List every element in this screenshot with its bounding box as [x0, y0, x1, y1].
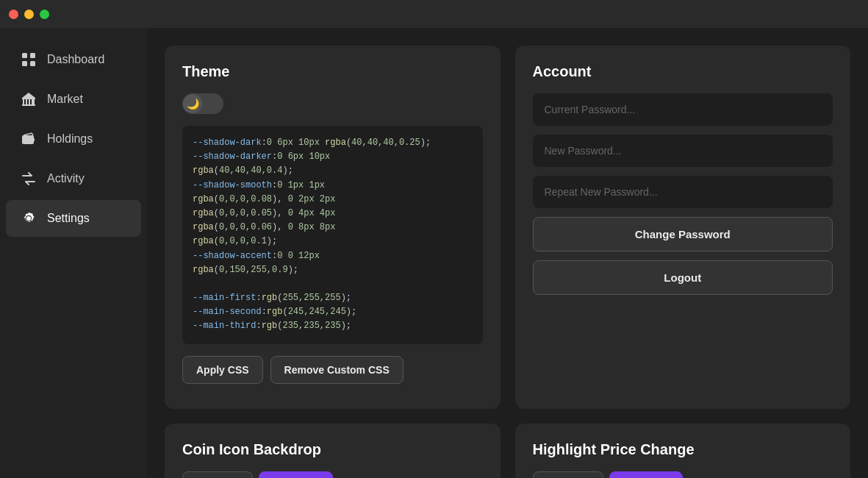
- svg-rect-7: [29, 99, 30, 104]
- traffic-light-red[interactable]: [9, 10, 18, 19]
- wallet-icon: [21, 131, 37, 147]
- sidebar-dashboard-label: Dashboard: [47, 53, 104, 66]
- current-password-input[interactable]: [533, 93, 833, 126]
- sidebar-settings-label: Settings: [47, 212, 90, 225]
- svg-rect-4: [22, 98, 35, 99]
- sidebar-item-settings[interactable]: Settings: [6, 200, 141, 237]
- change-password-button[interactable]: Change Password: [533, 217, 833, 252]
- remove-custom-css-button[interactable]: Remove Custom CSS: [270, 356, 403, 384]
- svg-rect-10: [22, 104, 35, 106]
- svg-rect-3: [30, 61, 35, 66]
- coin-icon-title: Coin Icon Backdrop: [182, 441, 483, 458]
- svg-rect-9: [33, 99, 35, 104]
- svg-rect-5: [23, 99, 24, 104]
- coin-icon-card: Coin Icon Backdrop Enabled Disabled: [165, 424, 501, 478]
- theme-toggle[interactable]: 🌙: [182, 93, 223, 114]
- sidebar-item-market[interactable]: Market: [6, 81, 141, 118]
- toggle-knob: 🌙: [183, 94, 202, 113]
- gear-icon: [21, 210, 37, 226]
- grid-icon: [21, 51, 37, 68]
- apply-css-button[interactable]: Apply CSS: [182, 356, 263, 384]
- theme-card-title: Theme: [182, 63, 483, 80]
- svg-rect-13: [31, 138, 35, 141]
- sidebar: Dashboard Market Holdings: [0, 28, 147, 478]
- highlight-price-enabled-button[interactable]: Enabled: [533, 471, 603, 478]
- svg-rect-8: [32, 99, 33, 104]
- sidebar-holdings-label: Holdings: [47, 132, 93, 146]
- traffic-light-yellow[interactable]: [24, 10, 34, 19]
- arrows-icon: [21, 171, 37, 187]
- coin-icon-disabled-button[interactable]: Disabled: [259, 471, 332, 478]
- sidebar-activity-label: Activity: [47, 172, 85, 185]
- top-cards-grid: Theme 🌙 --shadow-dark:0 6px 10px rgba(40…: [165, 46, 850, 409]
- sidebar-item-dashboard[interactable]: Dashboard: [6, 41, 141, 78]
- sidebar-item-holdings[interactable]: Holdings: [6, 121, 141, 157]
- traffic-light-green[interactable]: [40, 10, 49, 19]
- main-content: Theme 🌙 --shadow-dark:0 6px 10px rgba(40…: [147, 28, 868, 478]
- coin-icon-toggle-group: Enabled Disabled: [182, 471, 483, 478]
- highlight-price-card: Highlight Price Change Enabled Disabled: [515, 424, 851, 478]
- logout-button[interactable]: Logout: [533, 260, 833, 295]
- svg-rect-1: [30, 53, 35, 58]
- account-card-title: Account: [533, 63, 833, 80]
- css-editor[interactable]: --shadow-dark:0 6px 10px rgba(40,40,40,0…: [182, 126, 483, 344]
- repeat-password-input[interactable]: [533, 176, 833, 208]
- theme-toggle-row: 🌙: [182, 93, 483, 114]
- highlight-price-disabled-button[interactable]: Disabled: [609, 471, 683, 478]
- svg-rect-2: [22, 61, 27, 66]
- sidebar-market-label: Market: [47, 93, 83, 106]
- coin-icon-enabled-button[interactable]: Enabled: [182, 471, 253, 478]
- highlight-price-toggle-group: Enabled Disabled: [533, 471, 833, 478]
- bottom-cards-grid: Coin Icon Backdrop Enabled Disabled High…: [165, 424, 850, 478]
- svg-rect-6: [26, 99, 27, 104]
- svg-marker-11: [22, 93, 35, 98]
- new-password-input[interactable]: [533, 135, 833, 167]
- sidebar-item-activity[interactable]: Activity: [6, 160, 141, 197]
- highlight-price-title: Highlight Price Change: [533, 441, 833, 458]
- account-card: Account Change Password Logout: [515, 46, 851, 409]
- svg-rect-0: [22, 53, 27, 58]
- titlebar: [0, 0, 868, 28]
- bank-icon: [21, 91, 37, 107]
- theme-card: Theme 🌙 --shadow-dark:0 6px 10px rgba(40…: [165, 46, 501, 409]
